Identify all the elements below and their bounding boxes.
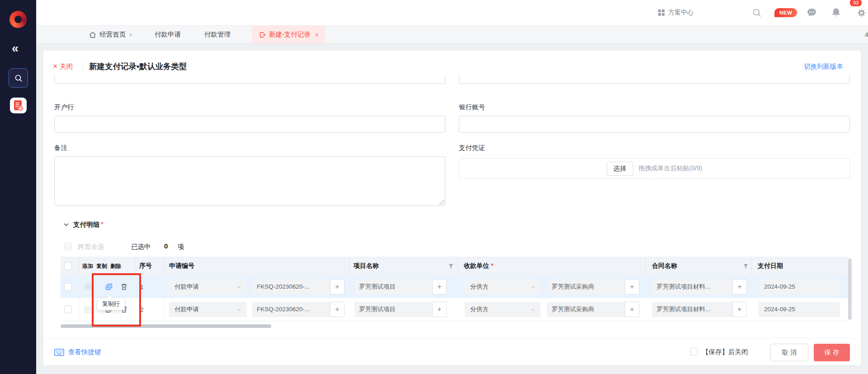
add-payee-button[interactable]: + xyxy=(625,302,639,317)
payee-field: 罗芳测试采购商 + xyxy=(547,302,639,317)
chat-icon xyxy=(806,7,817,18)
save-button[interactable]: 保 存 xyxy=(814,344,850,361)
bank-input[interactable] xyxy=(54,116,445,133)
project-header: 项目名称 xyxy=(354,262,379,270)
bank-label: 开户行 xyxy=(54,103,74,112)
topbar-search-icon[interactable] xyxy=(752,0,762,25)
close-page-button[interactable]: × 关闭 xyxy=(53,62,73,71)
copy-row-icon[interactable] xyxy=(105,283,113,291)
filter-icon[interactable] xyxy=(742,263,749,270)
table-row: 2 付款申请 FKSQ-20230620-... + 罗芳测试项目 + 分供方 … xyxy=(61,298,849,321)
voucher-select-button[interactable]: 选择 xyxy=(607,162,633,176)
account-input[interactable] xyxy=(459,116,850,133)
header-divider xyxy=(82,61,83,70)
payee-header: 收款单位 * xyxy=(464,262,493,270)
contract-value[interactable]: 罗芳测试项目材料... xyxy=(652,279,732,295)
header-checkbox[interactable] xyxy=(64,262,72,270)
close-tab-icon[interactable]: × xyxy=(315,31,319,38)
add-row-icon[interactable] xyxy=(84,283,92,291)
row-checkbox[interactable] xyxy=(64,306,72,313)
table-row: 1 付款申请 FKSQ-20230620-... + 罗芳测试项目 + 分供方 … xyxy=(61,276,849,299)
tab-payment-manage[interactable]: 付款管理 xyxy=(204,26,231,43)
divider xyxy=(751,257,752,276)
apply-type-select[interactable]: 付款申请 xyxy=(169,279,247,295)
pay-date-field[interactable]: 2024-09-25 xyxy=(759,302,840,317)
cutoff-input-right[interactable] xyxy=(459,75,850,84)
voucher-label: 支付凭证 xyxy=(459,144,485,152)
voucher-hint: 拖拽或单击后粘贴(0/9) xyxy=(639,164,703,173)
messages-button[interactable] xyxy=(806,0,817,25)
vertical-scrollbar[interactable] xyxy=(848,258,852,320)
payee-value[interactable]: 罗芳测试采购商 xyxy=(547,279,625,295)
contract-value[interactable]: 罗芳测试项目材料... xyxy=(652,302,732,317)
add-contract-button[interactable]: + xyxy=(732,302,747,317)
payee-type-select[interactable]: 分供方 xyxy=(465,302,541,317)
brand-logo-icon[interactable] xyxy=(9,11,27,28)
cutoff-input-left[interactable] xyxy=(54,75,445,84)
copy-header: 复制 xyxy=(96,262,107,270)
new-feature-badge[interactable]: NEW xyxy=(774,0,797,25)
remark-textarea[interactable] xyxy=(54,156,445,206)
delete-row-icon[interactable] xyxy=(120,283,128,291)
payee-type-select[interactable]: 分供方 xyxy=(465,279,541,295)
tab-payment-apply[interactable]: 付款申请 xyxy=(155,26,181,43)
apply-no-value[interactable]: FKSQ-20230620-... xyxy=(252,279,330,295)
apply-type-select[interactable]: 付款申请 xyxy=(169,302,247,317)
shortcuts-label: 查看快捷键 xyxy=(68,348,101,356)
tab-label: 经营首页 xyxy=(99,30,126,39)
pay-date-field[interactable]: 2024-09-25 xyxy=(759,279,840,295)
remark-label: 备注 xyxy=(54,144,67,152)
filter-icon[interactable] xyxy=(448,263,454,270)
select-all-checkbox[interactable] xyxy=(64,243,72,250)
resize-grip-icon[interactable] xyxy=(439,200,444,205)
tab-business-home[interactable]: 经营首页 ∨ xyxy=(89,26,132,43)
solution-center-button[interactable]: 方案中心 xyxy=(658,0,693,25)
switch-version-link[interactable]: 切换到新版本 xyxy=(804,62,843,71)
payee-value[interactable]: 罗芳测试采购商 xyxy=(547,302,625,317)
collapse-sidebar-icon[interactable]: « xyxy=(12,42,19,55)
add-header: 添加 xyxy=(82,262,93,270)
date-header: 支付日期 xyxy=(758,262,783,270)
action-column-headers: 添加 复制 删除 xyxy=(82,262,121,270)
solution-center-label: 方案中心 xyxy=(668,9,693,17)
notifications-button[interactable]: 93 xyxy=(830,0,855,25)
selected-prefix: 已选中 xyxy=(131,243,151,251)
cancel-button[interactable]: 取 消 xyxy=(770,344,808,361)
detail-section-title: 支付明细 xyxy=(73,220,99,229)
tab-count: 4 xyxy=(865,31,868,38)
add-apply-no-button[interactable]: + xyxy=(330,302,344,317)
new-doc-icon xyxy=(259,31,266,38)
project-value[interactable]: 罗芳测试项目 xyxy=(354,302,432,317)
sidebar-item-search[interactable] xyxy=(9,68,28,88)
settings-button[interactable] xyxy=(857,0,866,25)
add-payee-button[interactable]: + xyxy=(625,279,639,295)
chevron-down-icon: ∨ xyxy=(129,32,132,37)
divider xyxy=(79,298,80,321)
chevron-down-icon xyxy=(530,307,535,312)
add-row-icon[interactable] xyxy=(84,306,92,313)
tab-label: 新建-支付记录 xyxy=(269,30,311,39)
copy-row-tooltip: 复制行 xyxy=(97,298,125,310)
row-checkbox[interactable] xyxy=(64,283,72,291)
contract-field: 罗芳测试项目材料... + xyxy=(652,279,747,295)
add-contract-button[interactable]: + xyxy=(732,279,747,295)
add-project-button[interactable]: + xyxy=(432,279,447,295)
sidebar-item-payment-docs[interactable]: ¥ xyxy=(10,98,27,113)
project-value[interactable]: 罗芳测试项目 xyxy=(354,279,432,295)
view-shortcuts-link[interactable]: 查看快捷键 xyxy=(54,348,101,356)
chevron-down-icon xyxy=(236,307,241,312)
horizontal-scrollbar[interactable] xyxy=(61,324,271,328)
apply-no-field: FKSQ-20230620-... + xyxy=(252,279,344,295)
detail-section-toggle[interactable]: 支付明细* xyxy=(63,220,104,229)
divider xyxy=(79,257,80,276)
apply-no-value[interactable]: FKSQ-20230620-... xyxy=(252,302,330,317)
close-after-save-checkbox[interactable] xyxy=(690,348,698,355)
required-mark: * xyxy=(101,221,104,229)
close-icon: × xyxy=(53,62,57,71)
add-project-button[interactable]: + xyxy=(432,302,447,317)
add-apply-no-button[interactable]: + xyxy=(330,279,344,295)
remark-wrap xyxy=(54,156,445,206)
account-label: 银行账号 xyxy=(459,103,485,112)
tab-new-payment-record[interactable]: 新建-支付记录 × xyxy=(252,26,325,43)
voucher-upload-dropzone[interactable]: 选择 拖拽或单击后粘贴(0/9) xyxy=(459,158,850,179)
